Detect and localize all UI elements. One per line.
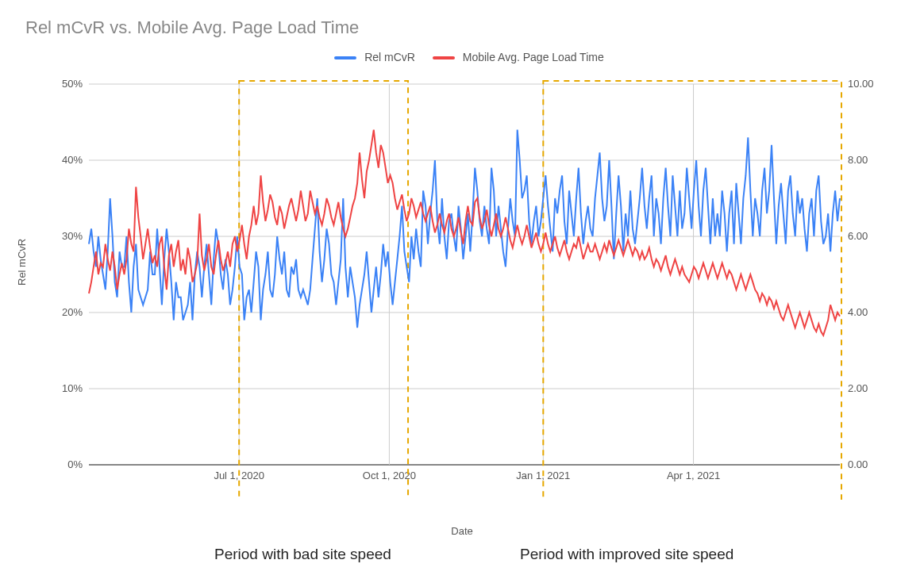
annotation-improved-period: Period with improved site speed	[520, 546, 733, 563]
legend-label-1: Rel mCvR	[364, 51, 415, 63]
svg-rect-27	[239, 81, 408, 500]
legend-swatch-red	[433, 56, 455, 59]
svg-text:4.00: 4.00	[848, 306, 868, 318]
svg-text:40%: 40%	[62, 154, 83, 166]
svg-text:6.00: 6.00	[848, 230, 868, 242]
svg-text:30%: 30%	[62, 230, 83, 242]
legend-swatch-blue	[334, 56, 356, 59]
svg-text:0.00: 0.00	[848, 458, 868, 470]
svg-text:2.00: 2.00	[848, 382, 868, 394]
svg-text:Apr 1, 2021: Apr 1, 2021	[667, 470, 720, 481]
svg-text:10.00: 10.00	[848, 79, 874, 90]
chart-plot-area: 0%10%20%30%40%50%0.002.004.006.008.0010.…	[48, 79, 881, 500]
svg-text:0%: 0%	[67, 458, 83, 470]
svg-text:50%: 50%	[62, 79, 83, 90]
svg-text:10%: 10%	[62, 382, 83, 394]
svg-rect-28	[543, 81, 841, 500]
legend: Rel mCvR Mobile Avg. Page Load Time	[0, 51, 924, 63]
annotation-bad-period: Period with bad site speed	[214, 546, 391, 563]
svg-text:8.00: 8.00	[848, 154, 868, 166]
x-axis-label: Date	[0, 525, 924, 537]
y1-axis-label: Rel mCvR	[16, 239, 28, 286]
legend-label-2: Mobile Avg. Page Load Time	[463, 51, 604, 63]
svg-text:20%: 20%	[62, 306, 83, 318]
chart-svg: 0%10%20%30%40%50%0.002.004.006.008.0010.…	[48, 79, 881, 500]
chart-title: Rel mCvR vs. Mobile Avg. Page Load Time	[25, 17, 359, 38]
